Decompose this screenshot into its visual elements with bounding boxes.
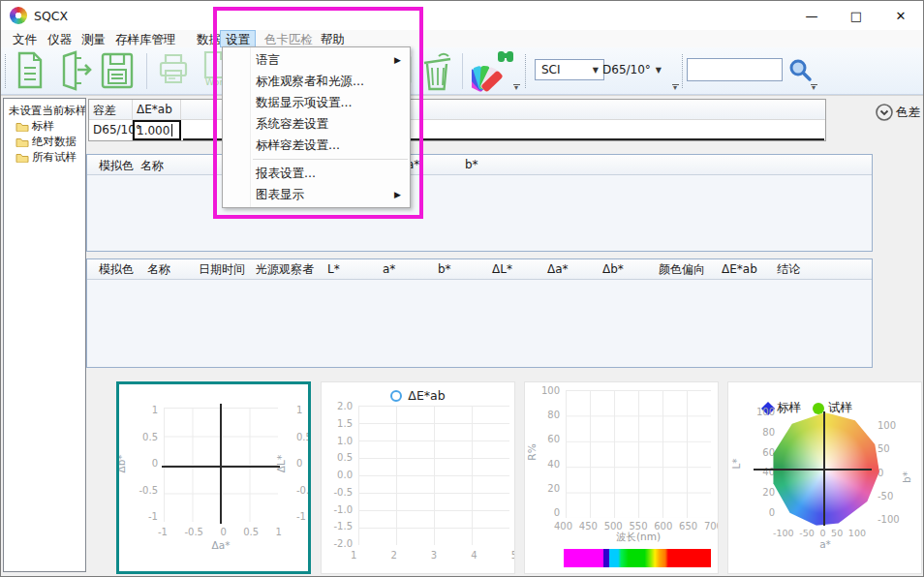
menubar-item[interactable]: 设置 [220,30,256,47]
toolbar-overflow-button[interactable]: ▾ [669,84,681,92]
search-input[interactable] [687,58,783,81]
deltaE-trend-chart[interactable]: ΔE*ab 2.01.51.00.50.0-0.5-1.0-1.5-2.0 12… [321,381,515,574]
sample-tree-sidebar: 未设置当前标样 标样 绝对数据 [3,98,86,572]
column-header[interactable]: a* [381,259,436,279]
legend-label: 标样 [777,400,801,416]
menubar-item[interactable]: 测量 [76,30,111,47]
menu-item[interactable]: 标样容差设置... ▶ [223,135,410,156]
plot-grid [566,390,711,518]
clipped-y-tick: 1 [296,406,302,415]
reflectance-chart[interactable]: R% 100806040200 400450500550600650700 波长… [524,381,719,574]
toolbar-separator [146,53,147,89]
menu-item[interactable]: 语言 ▶ [223,49,410,71]
x-tick: 1 [276,528,282,537]
tolerance-panel: 容差 ΔE*ab D65/10° 1.000 [88,99,826,141]
save-button[interactable] [98,50,137,93]
menubar-item[interactable]: 文件 [7,30,43,47]
column-header[interactable]: ΔL* [490,259,545,279]
menubar-item[interactable]: 色卡匹检 [259,30,319,47]
menu-item[interactable]: 报表设置... ▶ [223,163,410,184]
menu-item[interactable]: 图表显示 ▶ [223,184,410,205]
menu-bar: 文件 仪器 测量 存样库管理 数据 设置 色卡匹检 帮助 [1,30,923,47]
menubar-item[interactable]: 仪器 [42,30,77,47]
column-header[interactable]: 颜色偏向 [657,258,720,281]
tree-folder-item[interactable]: 所有试样 [4,149,85,165]
tree-folder-label: 标样 [32,119,54,134]
illuminant-observer-select[interactable]: D65/10° ▼ [597,59,666,80]
right-axis-label: b* [901,471,912,483]
tolerance-header[interactable]: ΔE*ab [133,100,181,119]
legend-label: ΔE*ab [408,388,445,403]
color-difference-collapse[interactable]: 色差 [876,104,920,121]
y-tick: -1.0 [333,505,353,515]
minimize-button[interactable]: — [789,1,834,30]
menu-item[interactable]: 标准观察者和光源... ▶ [223,71,410,92]
column-header[interactable]: 结论 [775,258,819,281]
tree-folder-item[interactable]: 绝对数据 [4,134,85,149]
x-tick: 5 [511,551,515,561]
column-header[interactable]: L* [325,259,381,279]
column-header[interactable]: 光源观察者 [254,258,325,281]
submenu-arrow-icon: ▶ [394,55,401,65]
column-header[interactable]: 名称 [145,258,197,281]
toolbar-overflow-button[interactable]: ▾ [808,84,819,92]
menubar-item[interactable]: 帮助 [315,30,351,47]
column-header[interactable]: b* [465,158,478,171]
y-tick: 40 [547,460,560,470]
tree-folder-item[interactable]: 标样 [4,118,85,134]
column-header[interactable]: Δa* [545,259,601,279]
column-header[interactable]: 模拟色 [99,158,134,174]
plot-grid [358,406,509,545]
clipped-y-tick: -1 [296,512,306,522]
y-tick: 0 [152,459,158,469]
chevron-down-circle-icon [876,104,893,121]
search-button[interactable] [787,57,813,100]
y-axis-line [823,411,825,526]
settings-dropdown-menu: 语言 ▶ 标准观察者和光源... ▶ 数据显示项设置... ▶ 系统容差设置 ▶… [222,46,411,208]
column-header[interactable]: ΔE*ab [720,259,775,279]
toolbar-grip[interactable] [5,54,7,88]
tree-root-label[interactable]: 未设置当前标样 [4,99,85,118]
left-axis-label: L* [730,458,742,469]
column-header[interactable]: 名称 [140,158,164,174]
chevron-down-icon: ▼ [651,66,666,75]
measure-mode-select[interactable]: SCI ▼ [535,59,604,80]
x-axis-line [754,469,872,471]
menu-item[interactable]: 数据显示项设置... ▶ [223,92,410,113]
close-button[interactable]: ✕ [878,1,923,30]
export-button[interactable] [55,50,94,93]
tolerance-illuminant-cell[interactable]: D65/10° [89,120,133,140]
right-tick: -50 [878,492,893,501]
maximize-button[interactable]: □ [834,1,878,30]
y-tick: 0.5 [337,453,353,463]
menu-item[interactable]: 系统容差设置 ▶ [223,113,410,135]
tolerance-header[interactable]: 容差 [89,100,133,119]
new-document-button[interactable] [13,50,47,93]
spectrum-bar [564,549,711,567]
y-tick: 100 [541,386,560,396]
menubar-item[interactable]: 存样库管理 [109,30,182,47]
folder-icon [15,120,29,132]
search-icon [787,57,813,82]
toolbar-overflow-button[interactable]: ▾ [510,84,522,92]
column-header[interactable]: 日期时间 [197,258,254,281]
y-axis-label: R% [526,443,538,460]
x-axis-label: Δa* [164,539,278,551]
y-tick: 0.0 [337,471,353,480]
column-header[interactable]: 模拟色 [97,258,145,281]
x-tick: -100 [773,529,794,538]
delete-button[interactable] [417,50,458,93]
column-header[interactable]: Δb* [601,259,657,279]
clipped-y-axis-label: ΔL* [275,455,287,472]
delta-ab-chart[interactable]: Δb* 10.50-0.5-1 -1-0.500.51 Δa* ΔL* 10.5… [116,381,311,574]
x-tick: 0 [220,528,226,537]
print-button[interactable] [154,50,193,93]
lab-color-space-chart[interactable]: 标样 试样 L* 100806040200 100500-50-100 b* -… [727,381,922,574]
column-header[interactable]: b* [436,259,490,279]
x-tick: 100 [848,529,866,538]
toolbar-grip[interactable] [682,54,684,88]
tolerance-value-input[interactable]: 1.000 [133,120,181,140]
toolbar-grip[interactable] [525,54,527,88]
x-axis-label: a* [771,538,879,550]
x-tick: 1 [351,551,356,561]
